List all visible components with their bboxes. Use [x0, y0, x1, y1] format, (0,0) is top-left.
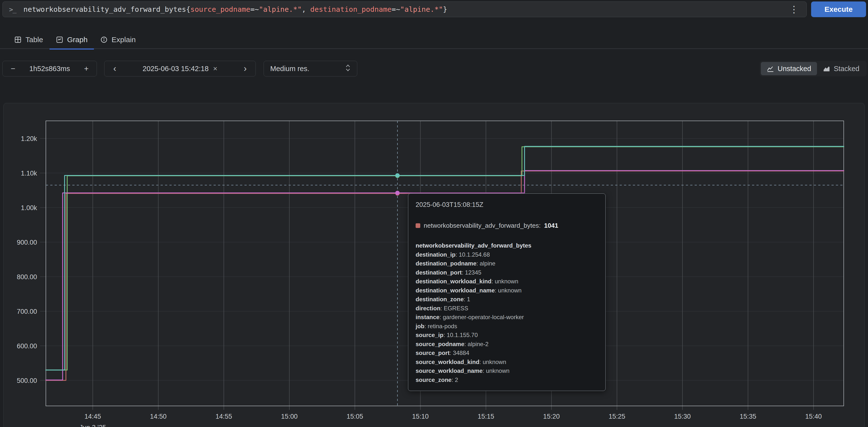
view-tabs: Table Graph Explain: [0, 31, 868, 49]
x-axis-label: 15:15: [478, 413, 494, 420]
tooltip-label-row: direction: EGRESS: [415, 304, 598, 313]
query-segment-string: "alpine.*": [259, 5, 302, 13]
x-axis-label: 14:50: [150, 413, 167, 420]
x-axis-label: 15:30: [674, 413, 691, 420]
tooltip-timestamp: 2025-06-03T15:08:15Z: [415, 201, 598, 208]
query-segment-op: =~: [392, 5, 400, 13]
query-segment-label: source_podname: [190, 5, 250, 13]
x-axis-label: 15:35: [740, 413, 756, 420]
increase-range-button[interactable]: +: [82, 64, 91, 73]
y-axis-label: 600.00: [17, 342, 37, 350]
y-axis-label: 1.10k: [21, 170, 37, 177]
unstacked-label: Unstacked: [777, 65, 811, 73]
tooltip-label-row: destination_ip: 10.1.254.68: [415, 250, 598, 259]
tooltip-label-row: source_workload_name: unknown: [415, 366, 598, 375]
x-axis-label: 14:55: [216, 413, 232, 420]
y-axis-label: 500.00: [17, 377, 37, 384]
tooltip-label-row: job: retina-pods: [415, 322, 598, 331]
query-segment-string: "alpine.*": [400, 5, 443, 13]
time-forward-button[interactable]: ›: [240, 64, 251, 73]
y-axis-label: 1.20k: [21, 135, 37, 142]
stacked-option[interactable]: Stacked: [817, 62, 865, 75]
query-toolbar: >_ networkobservability_adv_forward_byte…: [0, 0, 868, 19]
resolution-select[interactable]: Medium res.: [264, 61, 357, 76]
info-icon: [100, 36, 107, 43]
x-axis-label: 15:25: [609, 413, 625, 420]
table-icon: [14, 36, 22, 43]
terminal-prompt-icon: >_: [9, 6, 16, 13]
clear-time-icon[interactable]: ×: [213, 64, 217, 73]
line-chart-icon: [767, 65, 774, 72]
x-axis-label: 15:05: [346, 413, 363, 420]
y-axis-label: 900.00: [17, 239, 37, 246]
query-options-menu-icon[interactable]: ⋮: [788, 5, 800, 14]
execute-button[interactable]: Execute: [811, 1, 866, 17]
y-axis-label: 800.00: [17, 273, 37, 281]
graph-panel: 1.20k1.10k1.00k900.00800.00700.00600.005…: [3, 103, 865, 427]
tooltip-metric-name: networkobservability_adv_forward_bytes: [415, 241, 598, 250]
query-input[interactable]: >_ networkobservability_adv_forward_byte…: [2, 1, 807, 17]
range-duration-value[interactable]: 1h52s863ms: [29, 65, 70, 73]
series-purple-hover-dot: [395, 191, 400, 195]
graph-controls: − 1h52s863ms + ‹ 2025-06-03 15:42:18 × ›…: [0, 61, 868, 76]
tooltip-label-row: source_port: 34884: [415, 349, 598, 358]
tooltip-label-row: source_workload_kind: unknown: [415, 358, 598, 367]
promql-query-text[interactable]: networkobservability_adv_forward_bytes{s…: [24, 5, 788, 13]
stacking-toggle: Unstacked Stacked: [760, 61, 867, 76]
query-segment-label: destination_podname: [310, 5, 392, 13]
tooltip-series-value-row: networkobservability_adv_forward_bytes: …: [415, 222, 598, 229]
tooltip-label-row: destination_podname: alpine: [415, 259, 598, 268]
query-segment-op: =~: [250, 5, 259, 13]
tooltip-series-name: networkobservability_adv_forward_bytes:: [424, 222, 541, 229]
tooltip-label-row: destination_workload_kind: unknown: [415, 277, 598, 286]
x-axis-label: 15:10: [412, 413, 429, 420]
resolution-value: Medium res.: [270, 65, 309, 73]
y-axis-label: 700.00: [17, 308, 37, 315]
tab-table[interactable]: Table: [8, 31, 50, 49]
query-segment-plain: ,: [302, 5, 310, 13]
tooltip-label-row: destination_zone: 1: [415, 295, 598, 304]
series-teal-hover-dot: [395, 173, 400, 178]
query-segment-plain: }: [443, 5, 447, 13]
end-time-value[interactable]: 2025-06-03 15:42:18: [143, 65, 209, 73]
query-segment-plain: networkobservability_adv_forward_bytes{: [24, 5, 190, 13]
x-axis-label: 15:40: [805, 413, 822, 420]
series-color-swatch: [415, 223, 420, 228]
tab-label: Explain: [112, 36, 135, 44]
select-chevrons-icon: [345, 64, 351, 74]
unstacked-option[interactable]: Unstacked: [761, 62, 817, 75]
tooltip-label-row: source_podname: alpine-2: [415, 340, 598, 349]
x-axis-date-label: Jun 3 '25: [80, 424, 106, 427]
tooltip-label-row: source_zone: 2: [415, 375, 598, 385]
tooltip-label-list: destination_ip: 10.1.254.68destination_p…: [415, 250, 598, 385]
decrease-range-button[interactable]: −: [8, 64, 18, 73]
area-chart-icon: [823, 65, 830, 72]
chart-tooltip: 2025-06-03T15:08:15Z networkobservabilit…: [408, 193, 606, 391]
end-time-picker: ‹ 2025-06-03 15:42:18 × ›: [104, 61, 256, 76]
y-axis-label: 1.00k: [21, 204, 37, 211]
time-back-button[interactable]: ‹: [110, 64, 120, 73]
tab-label: Table: [26, 36, 43, 44]
tooltip-series-value: 1041: [544, 222, 558, 229]
tab-label: Graph: [67, 36, 88, 44]
tab-explain[interactable]: Explain: [94, 31, 142, 49]
tooltip-label-row: source_ip: 10.1.155.70: [415, 331, 598, 340]
x-axis-label: 14:45: [85, 413, 101, 420]
graph-icon: [56, 36, 63, 43]
stacked-label: Stacked: [834, 65, 860, 73]
x-axis-label: 15:20: [543, 413, 560, 420]
range-duration-control: − 1h52s863ms +: [2, 61, 97, 76]
x-axis-label: 15:00: [281, 413, 298, 420]
tooltip-label-row: destination_port: 12345: [415, 268, 598, 277]
tooltip-label-row: destination_workload_name: unknown: [415, 286, 598, 295]
tooltip-label-row: instance: gardener-operator-local-worker: [415, 313, 598, 322]
tab-graph[interactable]: Graph: [50, 31, 94, 49]
